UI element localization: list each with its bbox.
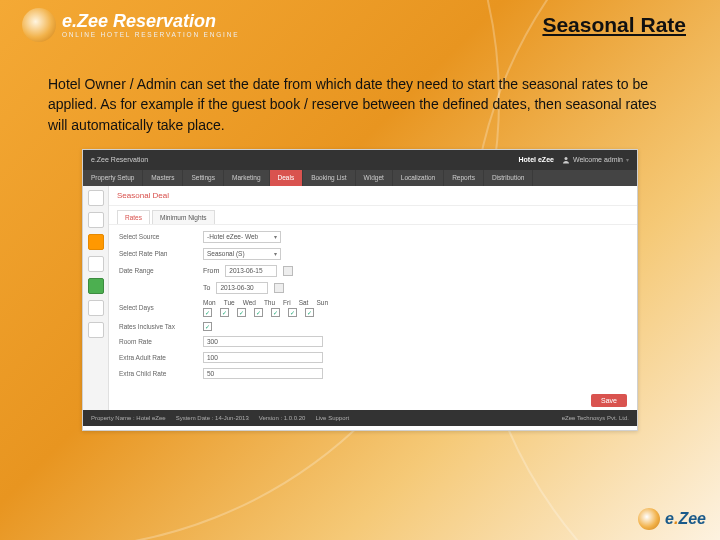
label-extra-adult-rate: Extra Adult Rate <box>119 354 197 361</box>
day-label: Sun <box>316 299 328 306</box>
day-checkbox[interactable]: ✓ <box>288 308 297 317</box>
nav-item[interactable]: Reports <box>444 170 484 186</box>
sidebar <box>83 186 109 410</box>
nav-item[interactable]: Distribution <box>484 170 534 186</box>
extra-child-rate-input[interactable]: 50 <box>203 368 323 379</box>
slide-title: Seasonal Rate <box>542 13 686 37</box>
nav-item[interactable]: Property Setup <box>83 170 143 186</box>
day-label: Fri <box>283 299 291 306</box>
app-nav: Property SetupMastersSettingsMarketingDe… <box>83 170 637 186</box>
day-label: Wed <box>243 299 256 306</box>
description-paragraph: Hotel Owner / Admin can set the date fro… <box>48 74 672 135</box>
nav-item[interactable]: Deals <box>270 170 304 186</box>
nav-item[interactable]: Localization <box>393 170 444 186</box>
label-select-source: Select Source <box>119 233 197 240</box>
app-topbar: e.Zee Reservation Hotel eZee Welcome adm… <box>83 150 637 170</box>
nav-item[interactable]: Masters <box>143 170 183 186</box>
day-label: Thu <box>264 299 275 306</box>
sidebar-icon[interactable] <box>88 300 104 316</box>
label-select-rate-plan: Select Rate Plan <box>119 250 197 257</box>
day-label: Tue <box>224 299 235 306</box>
label-rates-inclusive-tax: Rates Inclusive Tax <box>119 323 197 330</box>
tab-bar: RatesMinimum Nights <box>109 206 637 224</box>
sidebar-icon[interactable] <box>88 278 104 294</box>
tab[interactable]: Minimum Nights <box>152 210 215 224</box>
svg-point-0 <box>564 157 567 160</box>
room-rate-input[interactable]: 300 <box>203 336 323 347</box>
nav-item[interactable]: Settings <box>183 170 224 186</box>
app-footer: Property Name : Hotel eZeeSystem Date : … <box>83 410 637 426</box>
day-checkbox[interactable]: ✓ <box>305 308 314 317</box>
chevron-down-icon: ▾ <box>274 233 277 240</box>
footer-item: Live Support <box>315 415 349 421</box>
slide-header: e.Zee Reservation ONLINE HOTEL RESERVATI… <box>0 0 720 42</box>
sidebar-icon[interactable] <box>88 212 104 228</box>
logo-title: e.Zee Reservation <box>62 12 239 30</box>
date-from-input[interactable]: 2013-06-15 <box>225 265 277 277</box>
day-checkbox[interactable]: ✓ <box>203 308 212 317</box>
footer-company: eZee Technosys Pvt. Ltd. <box>562 415 629 421</box>
user-icon <box>562 156 570 164</box>
logo-subtitle: ONLINE HOTEL RESERVATION ENGINE <box>62 32 239 39</box>
footer-item: Version : 1.0.0.20 <box>259 415 306 421</box>
label-extra-child-rate: Extra Child Rate <box>119 370 197 377</box>
day-checkbox[interactable]: ✓ <box>254 308 263 317</box>
select-rate-plan[interactable]: Seasonal (S)▾ <box>203 248 281 260</box>
day-label: Mon <box>203 299 216 306</box>
footer-item: Property Name : Hotel eZee <box>91 415 166 421</box>
label-select-days: Select Days <box>119 304 197 311</box>
day-label: Sat <box>299 299 309 306</box>
footer-item: System Date : 14-Jun-2013 <box>176 415 249 421</box>
date-to-input[interactable]: 2013-06-30 <box>216 282 268 294</box>
label-room-rate: Room Rate <box>119 338 197 345</box>
select-source[interactable]: -Hotel eZee- Web▾ <box>203 231 281 243</box>
section-title: Seasonal Deal <box>109 186 637 206</box>
app-screenshot: e.Zee Reservation Hotel eZee Welcome adm… <box>82 149 638 431</box>
chevron-down-icon: ▾ <box>274 250 277 257</box>
form: Select Source -Hotel eZee- Web▾ Select R… <box>109 224 637 390</box>
nav-item[interactable]: Booking List <box>303 170 355 186</box>
nav-item[interactable]: Widget <box>356 170 393 186</box>
sidebar-icon[interactable] <box>88 234 104 250</box>
sidebar-icon[interactable] <box>88 322 104 338</box>
chevron-down-icon: ▾ <box>626 156 629 163</box>
sidebar-icon[interactable] <box>88 256 104 272</box>
nav-item[interactable]: Marketing <box>224 170 270 186</box>
day-checkbox[interactable]: ✓ <box>237 308 246 317</box>
label-date-range: Date Range <box>119 267 197 274</box>
calendar-icon[interactable] <box>274 283 284 293</box>
swirl-icon <box>22 8 56 42</box>
swirl-icon <box>638 508 660 530</box>
day-checkbox[interactable]: ✓ <box>271 308 280 317</box>
user-menu[interactable]: Welcome admin ▾ <box>562 156 629 164</box>
calendar-icon[interactable] <box>283 266 293 276</box>
sidebar-icon[interactable] <box>88 190 104 206</box>
extra-adult-rate-input[interactable]: 100 <box>203 352 323 363</box>
hotel-label: Hotel eZee <box>519 156 554 163</box>
tab[interactable]: Rates <box>117 210 150 224</box>
save-button[interactable]: Save <box>591 394 627 407</box>
app-brand: e.Zee Reservation <box>91 156 148 163</box>
corner-logo: e.Zee <box>638 508 706 530</box>
rates-inclusive-tax-checkbox[interactable]: ✓ <box>203 322 212 331</box>
day-checkbox[interactable]: ✓ <box>220 308 229 317</box>
brand-logo: e.Zee Reservation ONLINE HOTEL RESERVATI… <box>22 8 239 42</box>
